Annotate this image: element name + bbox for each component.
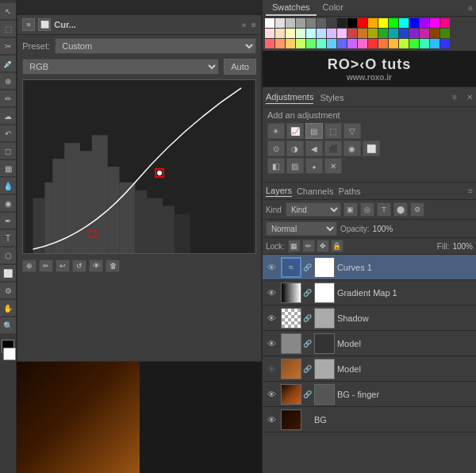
adj-photofilter[interactable]: ⬛ — [324, 140, 342, 156]
sc15[interactable] — [409, 39, 419, 48]
layer-visibility-4[interactable]: 👁 — [266, 363, 278, 375]
tool-zoom[interactable]: 🔍 — [0, 317, 16, 333]
layer-item[interactable]: 👁 🔗 BG - finger — [263, 382, 476, 407]
sc9[interactable] — [347, 39, 357, 48]
layer-visibility-5[interactable]: 👁 — [266, 388, 278, 401]
adj-levels[interactable]: ▤ — [305, 123, 323, 139]
filter-smart[interactable]: ⚙ — [410, 202, 424, 217]
tab-channels[interactable]: Channels — [297, 186, 333, 197]
auto-button[interactable]: Auto — [224, 59, 256, 75]
layer-item[interactable]: 👁 🔗 Shadow — [263, 306, 476, 331]
swatch-black[interactable] — [347, 18, 357, 28]
sc8[interactable] — [337, 39, 347, 48]
tool-eyedropper[interactable]: 💉 — [0, 56, 16, 71]
tool-3d[interactable]: ⚙ — [0, 283, 16, 298]
filter-type[interactable]: T — [377, 202, 391, 217]
swatch-lightmagenta[interactable] — [337, 29, 347, 38]
curve-tool-3[interactable]: ↩ — [56, 260, 70, 272]
swatch-blue[interactable] — [409, 18, 419, 28]
sc13[interactable] — [389, 39, 398, 48]
adj-colorbalance[interactable]: ◑ — [286, 140, 304, 156]
swatch-nearblack[interactable] — [337, 18, 347, 28]
curve-tool-2[interactable]: ✏ — [39, 260, 53, 272]
layer-item[interactable]: 👁 BG — [263, 407, 476, 433]
filter-shape[interactable]: ⬤ — [393, 202, 408, 217]
swatch-lightyellow[interactable] — [286, 29, 295, 38]
curve-tool-5[interactable]: 👁 — [89, 260, 103, 272]
swatch-darkgray[interactable] — [327, 18, 336, 28]
swatch-yellow[interactable] — [378, 18, 388, 28]
curve-tool-delete[interactable]: 🗑 — [106, 260, 120, 272]
swatch-orange[interactable] — [368, 18, 378, 28]
filter-pixel[interactable]: ▣ — [344, 202, 358, 217]
swatch-mintgreen[interactable] — [296, 29, 305, 38]
swatch-peach[interactable] — [275, 29, 285, 38]
adj-vibrance[interactable]: ▽ — [344, 123, 361, 139]
swatch-silver[interactable] — [286, 18, 295, 28]
swatch-cyan[interactable] — [399, 18, 409, 28]
layer-item[interactable]: 👁 🔗 Gradient Map 1 — [263, 280, 476, 306]
tool-hand[interactable]: ✋ — [0, 300, 16, 316]
adj-close[interactable]: ✕ — [466, 93, 473, 102]
tab-adjustments[interactable]: Adjustments — [266, 90, 314, 104]
properties-expand[interactable]: » — [241, 21, 246, 29]
sc4[interactable] — [296, 39, 305, 48]
curve-area[interactable] — [22, 79, 256, 254]
layer-item[interactable]: 👁 ≈ 🔗 Curves 1 — [263, 255, 476, 280]
tool-crop[interactable]: ✂ — [0, 38, 16, 54]
swatch-darkpurple[interactable] — [409, 29, 419, 38]
swatch-lightpink[interactable] — [265, 29, 274, 38]
preset-select[interactable]: Custom — [55, 38, 256, 54]
sc16[interactable] — [420, 39, 429, 48]
swatch-darkpink[interactable] — [420, 29, 429, 38]
swatch-darkcyan[interactable] — [389, 29, 398, 38]
swatch-darkyellow[interactable] — [368, 29, 378, 38]
adj-collorlookup[interactable]: ⬜ — [363, 140, 380, 156]
layers-menu[interactable]: ≡ — [468, 187, 473, 195]
blend-select[interactable]: Normal — [266, 221, 337, 236]
swatch-magenta[interactable] — [430, 18, 440, 28]
sc2[interactable] — [275, 39, 285, 48]
tool-lasso[interactable]: ⬚ — [0, 21, 16, 37]
swatch-gray3[interactable] — [317, 18, 326, 28]
swatches-menu[interactable]: ≡ — [468, 4, 473, 13]
adj-menu[interactable]: ≡ — [452, 93, 457, 102]
tool-blur[interactable]: 💧 — [0, 178, 16, 194]
layer-item[interactable]: 👁 🔗 Model — [263, 356, 476, 382]
adj-curves[interactable]: 📈 — [286, 123, 304, 139]
layer-visibility-2[interactable]: 👁 — [266, 312, 278, 325]
swatch-darkred[interactable] — [347, 29, 357, 38]
adj-hsl[interactable]: ⊙ — [267, 140, 285, 156]
swatch-purple[interactable] — [420, 18, 429, 28]
sc11[interactable] — [368, 39, 378, 48]
adj-channelmixer[interactable]: ◉ — [344, 140, 361, 156]
tab-layers[interactable]: Layers — [266, 185, 292, 197]
kind-select[interactable]: Kind — [286, 202, 341, 217]
swatch-lavender[interactable] — [327, 29, 336, 38]
layer-visibility-0[interactable]: 👁 — [266, 261, 278, 274]
swatch-brownorange[interactable] — [358, 29, 367, 38]
swatch-green[interactable] — [389, 18, 398, 28]
sc1[interactable] — [265, 39, 274, 48]
swatch-lightcyan[interactable] — [306, 29, 316, 38]
swatch-olive[interactable] — [440, 29, 450, 38]
swatch-red[interactable] — [358, 18, 367, 28]
lock-image[interactable]: ✏ — [302, 240, 315, 252]
filter-adjust[interactable]: ◎ — [360, 202, 374, 217]
adj-threshold[interactable]: ⬥ — [305, 158, 323, 174]
swatch-royalblue[interactable] — [399, 29, 409, 38]
properties-menu[interactable]: ≡ — [251, 21, 256, 29]
tool-text[interactable]: T — [0, 230, 16, 246]
tab-paths[interactable]: Paths — [338, 186, 360, 197]
tool-pen[interactable]: ✒ — [0, 213, 16, 229]
swatch-gray2[interactable] — [306, 18, 316, 28]
swatch-lightblue[interactable] — [317, 29, 326, 38]
tab-color[interactable]: Color — [317, 0, 350, 16]
swatch-lightgray1[interactable] — [275, 18, 285, 28]
adj-invert[interactable]: ◧ — [267, 158, 285, 174]
tool-history[interactable]: ↶ — [0, 125, 16, 141]
sc10[interactable] — [358, 39, 367, 48]
swatch-gray1[interactable] — [296, 18, 305, 28]
tool-stamp[interactable]: ☁ — [0, 108, 16, 124]
swatch-darkgreen[interactable] — [378, 29, 388, 38]
